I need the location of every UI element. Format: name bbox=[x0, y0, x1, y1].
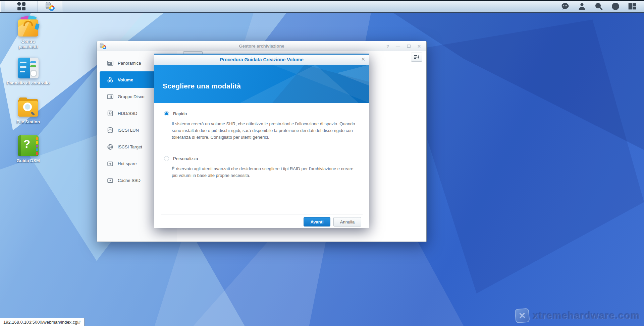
radio-option-rapido[interactable]: Rapido bbox=[164, 111, 187, 116]
next-button[interactable]: Avanti bbox=[304, 217, 330, 226]
dialog-heading: Scegliere una modalità bbox=[163, 82, 241, 90]
storage-manager-icon bbox=[45, 2, 55, 11]
desktop-icon-package-center[interactable]: Centro pacchetti bbox=[8, 16, 48, 50]
window-title: Gestore archiviazione bbox=[97, 44, 426, 49]
iscsi-target-icon bbox=[107, 144, 113, 150]
radio-unselected-icon[interactable] bbox=[164, 156, 169, 161]
sidebar-item-label: Volume bbox=[118, 77, 133, 82]
minimize-button[interactable]: — bbox=[396, 44, 400, 49]
sidebar-item-label: Hot spare bbox=[118, 161, 137, 166]
sidebar-item-label: Panoramica bbox=[118, 61, 141, 66]
sort-icon bbox=[414, 55, 420, 60]
storage-manager-task-button[interactable] bbox=[38, 1, 62, 12]
radio-label: Rapido bbox=[173, 111, 187, 116]
overview-icon bbox=[107, 60, 113, 66]
dialog-title: Procedura Guidata Creazione Volume bbox=[220, 57, 303, 62]
desktop-icon-control-panel[interactable]: Pannello di controllo bbox=[8, 58, 48, 86]
footer-divider bbox=[161, 214, 363, 214]
apps-menu-icon bbox=[17, 2, 26, 11]
dialog-close-icon[interactable]: ✕ bbox=[361, 57, 365, 62]
disk-group-icon bbox=[107, 93, 113, 100]
dialog-titlebar: Procedura Guidata Creazione Volume ✕ bbox=[154, 55, 369, 65]
maximize-button[interactable] bbox=[407, 45, 411, 48]
sidebar-item-label: Gruppo Disco bbox=[118, 94, 144, 99]
collapse-sort-button[interactable] bbox=[411, 53, 422, 62]
radio-selected-icon[interactable] bbox=[164, 111, 169, 116]
desktop-icon-label: Centro pacchetti bbox=[13, 39, 44, 50]
volume-wizard-dialog: Procedura Guidata Creazione Volume ✕ Sce… bbox=[154, 54, 369, 228]
close-button[interactable]: ✕ bbox=[417, 44, 421, 49]
taskbar-separator bbox=[0, 1, 0, 12]
volume-cubes-icon bbox=[107, 77, 113, 83]
watermark-text: xtremehardware.com bbox=[533, 310, 640, 321]
option-description: È riservato agli utenti avanzati che des… bbox=[172, 166, 360, 179]
hdd-icon bbox=[107, 110, 113, 117]
watermark-logo-icon: ✕ bbox=[515, 308, 530, 323]
desktop-icon-file-station[interactable]: File Station bbox=[8, 96, 48, 125]
desktop-icon-label: Guida DSM bbox=[1, 158, 55, 164]
main-menu-button[interactable] bbox=[5, 1, 38, 12]
package-center-icon bbox=[18, 16, 39, 37]
radio-label: Personalizza bbox=[173, 156, 198, 161]
option-description: Il sistema creerà un volume SHR, che ott… bbox=[172, 121, 360, 141]
help-button[interactable]: ? bbox=[386, 44, 389, 49]
search-icon[interactable] bbox=[594, 2, 603, 11]
cancel-button[interactable]: Annulla bbox=[333, 217, 361, 226]
dialog-content: Rapido Il sistema creerà un volume SHR, … bbox=[154, 104, 369, 213]
browser-status-url: 192.168.0.103:5000/webman/index.cgi# bbox=[0, 318, 85, 326]
pilot-gauge-icon[interactable] bbox=[611, 2, 620, 11]
taskbar bbox=[0, 0, 644, 13]
widgets-icon[interactable] bbox=[628, 2, 637, 11]
user-icon[interactable] bbox=[578, 2, 586, 11]
sidebar-item-label: iSCSI Target bbox=[118, 144, 142, 149]
control-panel-icon bbox=[18, 58, 39, 78]
hot-spare-icon bbox=[107, 160, 113, 167]
dialog-footer: Avanti Annulla bbox=[304, 217, 361, 226]
sidebar-item-label: iSCSI LUN bbox=[118, 128, 139, 133]
dsm-help-icon: ? bbox=[18, 135, 39, 156]
sidebar-item-label: HDD/SSD bbox=[118, 111, 138, 116]
file-station-icon bbox=[18, 96, 39, 117]
dialog-banner: Scegliere una modalità bbox=[154, 65, 369, 103]
desktop-icon-label: Pannello di controllo bbox=[1, 80, 55, 86]
desktop-icon-dsm-help[interactable]: ? Guida DSM bbox=[8, 135, 48, 164]
radio-option-personalizza[interactable]: Personalizza bbox=[164, 156, 198, 161]
taskbar-separator bbox=[62, 1, 62, 12]
cache-ssd-icon bbox=[107, 177, 113, 184]
iscsi-lun-icon bbox=[107, 127, 113, 133]
desktop-icon-label: File Station bbox=[1, 119, 55, 125]
chat-icon[interactable] bbox=[561, 2, 570, 11]
window-titlebar[interactable]: Gestore archiviazione ? — ✕ bbox=[97, 41, 426, 51]
storage-manager-icon bbox=[100, 43, 106, 49]
sidebar-item-label: Cache SSD bbox=[118, 178, 141, 183]
watermark: ✕ xtremehardware.com bbox=[515, 309, 640, 323]
